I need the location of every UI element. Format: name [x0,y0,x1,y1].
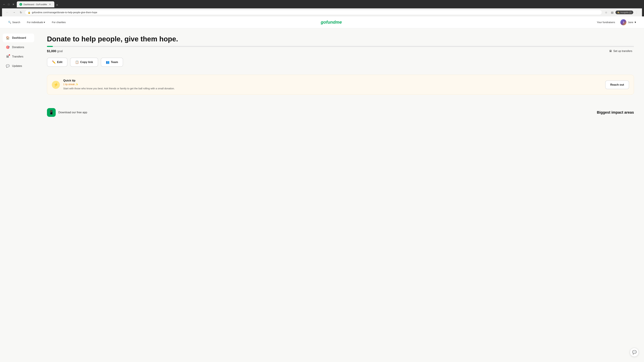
edit-label: Edit [57,60,62,64]
sidebar-item-updates[interactable]: 💬 Updates [3,62,34,70]
incognito-icon: 🕵 [617,11,620,13]
sparkles-icon: ✨ [75,83,78,86]
incognito-label: Incognito (2) [620,11,632,13]
quick-tip-section: ⚡ Quick tip 1 tip streak ✨ Start with th… [47,75,634,95]
nav-logo[interactable]: gofundme [67,19,596,25]
new-tab-button[interactable]: + [55,3,59,7]
tab-bar: G Dashboard - GoFundMe ✕ + [17,1,59,7]
bottom-section: 📱 Download our free app Biggest impact a… [47,103,634,117]
avatar: J [620,19,626,25]
tip-content: Quick tip 1 tip streak ✨ Start with thos… [63,79,602,90]
home-icon: 🏠 [5,35,10,40]
back-button[interactable]: ← [5,10,10,15]
setup-transfers-link[interactable]: 🏛 Set up transfers [608,49,634,54]
copy-icon: 📋 [75,60,79,64]
sidebar-toggle-button[interactable]: ▤ [610,10,615,15]
search-label: Search [12,21,20,24]
user-menu[interactable]: J Jane ▾ [619,18,637,26]
for-charities-nav-item[interactable]: For charities [50,20,67,25]
gofundme-logo: gofundme [321,19,342,25]
progress-bar-container [47,46,634,47]
lock-icon: 🔒 [28,11,30,14]
copy-link-button[interactable]: 📋 Copy link [70,58,98,67]
sidebar-item-donations[interactable]: 🎯 Donations [3,43,34,52]
address-bar: ← → ↻ 🔒 gofundme.com/manage/donate-to-he… [2,8,642,16]
url-bar[interactable]: 🔒 gofundme.com/manage/donate-to-help-peo… [25,10,602,15]
setup-transfers-label: Set up transfers [613,50,632,53]
nav-right: Your fundraisers J Jane ▾ [596,18,637,26]
main-layout: 🏠 Dashboard 🎯 Donations 🏛 Transfers 💬 Up… [0,28,644,362]
active-tab[interactable]: G Dashboard - GoFundMe ✕ [17,1,54,7]
sidebar-label-updates: Updates [12,64,22,67]
app-store-icon: 📱 [47,108,56,117]
for-individuals-label: For individuals [27,21,43,24]
chevron-down-icon: ▾ [44,21,45,24]
for-charities-label: For charities [52,21,66,24]
tip-streak: 1 tip streak ✨ [63,83,602,86]
tab-title: Dashboard - GoFundMe [24,3,47,6]
donations-icon: 🎯 [5,45,10,50]
user-name: Jane [628,21,633,24]
transfers-icon: 🏛 [5,54,10,59]
incognito-badge[interactable]: 🕵 Incognito (2) [616,10,633,14]
address-bar-icons: ☆ ▤ 🕵 Incognito (2) ⋮ [604,10,639,15]
goal-label: goal [57,49,63,53]
browser-chrome: ─ □ ✕ G Dashboard - GoFundMe ✕ + ← → ↻ 🔒… [0,0,644,16]
goal-text: $1,000 goal [47,49,63,53]
tab-favicon: G [20,3,22,6]
progress-bar-fill [47,46,53,47]
sidebar: 🏠 Dashboard 🎯 Donations 🏛 Transfers 💬 Up… [0,28,37,362]
page-content: 🔍 Search For individuals ▾ For charities… [0,16,644,362]
maximize-button[interactable]: □ [7,2,11,6]
fundraiser-title: Donate to help people, give them hope. [47,35,634,43]
chat-button[interactable]: 💬 [630,348,639,357]
sidebar-label-donations: Donations [12,46,24,49]
sidebar-label-transfers: Transfers [12,55,23,58]
main-content: Donate to help people, give them hope. $… [37,28,644,362]
tip-streak-label: 1 tip streak [63,83,75,86]
minimize-button[interactable]: ─ [2,2,6,6]
progress-section: $1,000 goal 🏛 Set up transfers [47,46,634,54]
chat-icon: 💬 [632,350,636,355]
bookmark-button[interactable]: ☆ [604,10,609,15]
action-buttons: ✏️ Edit 📋 Copy link 👥 Team [47,58,634,67]
sidebar-item-transfers[interactable]: 🏛 Transfers [3,52,34,61]
lightning-icon: ⚡ [52,81,60,89]
sidebar-item-dashboard[interactable]: 🏠 Dashboard [3,33,34,42]
search-nav-item[interactable]: 🔍 Search [7,20,22,25]
progress-info: $1,000 goal 🏛 Set up transfers [47,49,634,54]
browser-titlebar: ─ □ ✕ G Dashboard - GoFundMe ✕ + [2,1,642,8]
reach-out-button[interactable]: Reach out [605,80,629,89]
team-icon: 👥 [106,60,110,64]
copy-link-label: Copy link [80,60,93,64]
download-app-section[interactable]: 📱 Download our free app [47,108,87,117]
site-nav: 🔍 Search For individuals ▾ For charities… [0,16,644,28]
refresh-button[interactable]: ↻ [18,10,24,15]
user-menu-chevron-icon: ▾ [634,21,636,24]
download-app-label: Download our free app [58,111,87,114]
transfers-bank-icon: 🏛 [609,50,612,53]
tab-close-button[interactable]: ✕ [48,3,52,6]
edit-button[interactable]: ✏️ Edit [47,58,68,67]
tip-text: Start with those who know you best. Ask … [63,87,602,90]
sidebar-label-dashboard: Dashboard [12,36,26,39]
for-individuals-nav-item[interactable]: For individuals ▾ [26,20,46,25]
team-label: Team [111,60,118,64]
search-icon: 🔍 [8,21,11,24]
browser-menu-button[interactable]: ⋮ [634,10,639,15]
team-button[interactable]: 👥 Team [101,58,123,67]
updates-icon: 💬 [5,64,10,68]
nav-left: 🔍 Search For individuals ▾ For charities [7,20,67,25]
biggest-impact-heading: Biggest impact areas [597,110,634,115]
edit-icon: ✏️ [52,60,56,64]
tip-title: Quick tip [63,79,602,82]
goal-amount: $1,000 [47,49,56,53]
your-fundraisers-link[interactable]: Your fundraisers [596,20,616,25]
close-browser-button[interactable]: ✕ [12,2,16,6]
transfers-badge [9,54,10,56]
browser-controls: ─ □ ✕ [2,2,16,6]
url-text: gofundme.com/manage/donate-to-help-peopl… [32,11,599,14]
forward-button[interactable]: → [12,10,17,15]
